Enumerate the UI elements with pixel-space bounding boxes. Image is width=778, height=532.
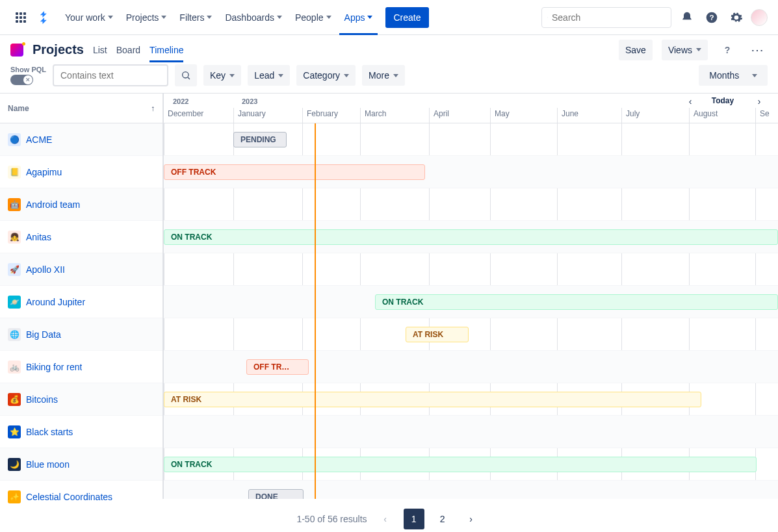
project-row: 📒Agapimu (0, 156, 162, 188)
project-row: 🤖Android team (0, 188, 162, 221)
timeline-bar[interactable]: DONE (248, 489, 304, 499)
results-count: 1-50 of 56 results (296, 514, 367, 524)
nav-filters[interactable]: Filters (174, 0, 217, 35)
project-link[interactable]: Android team (26, 199, 80, 210)
nav-dashboards[interactable]: Dashboards (220, 0, 287, 35)
timeline-next-button[interactable]: › (753, 96, 766, 107)
project-link[interactable]: Blue moon (26, 459, 70, 470)
nav-people[interactable]: People (290, 0, 337, 35)
settings-icon[interactable] (726, 7, 747, 28)
timeline-bar[interactable]: AT RISK (164, 392, 701, 407)
jira-logo-icon[interactable] (36, 10, 52, 25)
timeline-bar[interactable]: OFF TR… (246, 359, 309, 375)
search-input[interactable] (552, 12, 666, 23)
project-icon: 🤖 (8, 198, 21, 211)
filter-key[interactable]: Key (203, 65, 241, 86)
timeline-row: OFF TR… (164, 351, 778, 383)
chevron-down-icon (326, 16, 331, 19)
pql-label: Show PQL (10, 66, 46, 73)
timeline-bar[interactable]: ON TRACK (164, 457, 757, 472)
project-icon: ⭐ (8, 425, 21, 438)
timeline-row: DONE (164, 481, 778, 499)
timeline-row (164, 253, 778, 286)
tab-board[interactable]: Board (116, 38, 140, 62)
project-link[interactable]: Black starts (26, 427, 73, 437)
project-row: 🌐Big Data (0, 318, 162, 351)
create-button[interactable]: Create (385, 7, 428, 28)
save-button[interactable]: Save (619, 40, 653, 60)
project-row: 💰Bitcoins (0, 383, 162, 416)
timeline-row: ON TRACK (164, 448, 778, 481)
search-icon (181, 70, 191, 81)
notifications-icon[interactable] (677, 7, 697, 28)
page-prev-button[interactable]: ‹ (375, 509, 396, 529)
project-row: 🔵ACME (0, 123, 162, 156)
project-icon: 🔵 (8, 133, 21, 146)
timeline-row: PENDING (164, 123, 778, 156)
projects-logo-icon (10, 44, 23, 57)
sort-asc-icon: ↑ (151, 104, 155, 113)
month-header: May (490, 108, 510, 123)
pql-toggle[interactable] (10, 75, 33, 85)
nav-your-work[interactable]: Your work (60, 0, 118, 35)
project-link[interactable]: Big Data (26, 329, 61, 340)
tab-timeline[interactable]: Timeline (149, 38, 183, 62)
timeline-bar[interactable]: OFF TRACK (164, 164, 425, 180)
search-box[interactable] (541, 7, 671, 28)
more-menu-icon[interactable]: ⋯ (747, 40, 768, 60)
help-icon[interactable]: ? (701, 7, 722, 28)
project-link[interactable]: Biking for rent (26, 362, 82, 372)
project-link[interactable]: Agapimu (26, 167, 62, 177)
svg-point-0 (547, 17, 548, 18)
tab-list[interactable]: List (93, 38, 107, 62)
project-link[interactable]: Apollo XII (26, 264, 65, 275)
timeline-prev-button[interactable]: ‹ (684, 96, 697, 107)
page-next-button[interactable]: › (461, 509, 482, 529)
filter-text-input[interactable] (53, 64, 168, 86)
views-button[interactable]: Views (662, 40, 708, 60)
project-icon: 🚀 (8, 263, 21, 276)
help-secondary-icon[interactable]: ? (717, 40, 738, 60)
timeline-bar[interactable]: ON TRACK (164, 229, 778, 245)
month-header: February (302, 108, 338, 123)
filter-category[interactable]: Category (296, 65, 356, 86)
project-row: 🌙Blue moon (0, 448, 162, 481)
timeline-row: AT RISK (164, 383, 778, 416)
project-icon: 📒 (8, 166, 21, 179)
project-link[interactable]: Around Jupiter (26, 297, 85, 307)
project-row: ⭐Black starts (0, 416, 162, 448)
timeline-row: AT RISK (164, 318, 778, 351)
project-link[interactable]: Bitcoins (26, 394, 58, 405)
today-label[interactable]: Today (703, 96, 742, 105)
month-header: December (164, 108, 203, 123)
page-1-button[interactable]: 1 (404, 509, 424, 529)
project-row: 🚀Apollo XII (0, 253, 162, 286)
month-header: June (557, 108, 578, 123)
chevron-down-icon (161, 16, 166, 19)
nav-projects[interactable]: Projects (121, 0, 172, 35)
timeline-grid[interactable]: 20222023 DecemberJanuaryFebruaryMarchApr… (164, 94, 778, 499)
project-link[interactable]: ACME (26, 134, 52, 145)
timeline-bar[interactable]: AT RISK (406, 327, 469, 342)
timeline-body: PENDINGOFF TRACKON TRACKON TRACKAT RISKO… (164, 123, 778, 499)
project-link[interactable]: Celestial Coordinates (26, 492, 112, 502)
chevron-down-icon (277, 16, 282, 19)
zoom-select[interactable]: Months (699, 65, 768, 86)
page-2-button[interactable]: 2 (432, 509, 453, 529)
project-row: 👧Anitas (0, 221, 162, 253)
timeline-bar[interactable]: PENDING (233, 132, 287, 147)
search-button[interactable] (175, 64, 197, 86)
nav-apps[interactable]: Apps (339, 0, 378, 35)
project-link[interactable]: Anitas (26, 232, 51, 242)
timeline-bar[interactable]: ON TRACK (375, 294, 778, 310)
user-avatar[interactable] (751, 9, 768, 26)
app-switcher-icon[interactable] (10, 7, 31, 28)
name-column-header[interactable]: Name ↑ (0, 94, 162, 123)
svg-point-4 (183, 72, 188, 78)
chevron-down-icon (108, 16, 113, 19)
filter-more[interactable]: More (362, 65, 405, 86)
chevron-down-icon (278, 74, 283, 77)
month-header: Se (755, 108, 770, 123)
timeline: Name ↑ 🔵ACME📒Agapimu🤖Android team👧Anitas… (0, 93, 778, 499)
filter-lead[interactable]: Lead (248, 65, 290, 86)
